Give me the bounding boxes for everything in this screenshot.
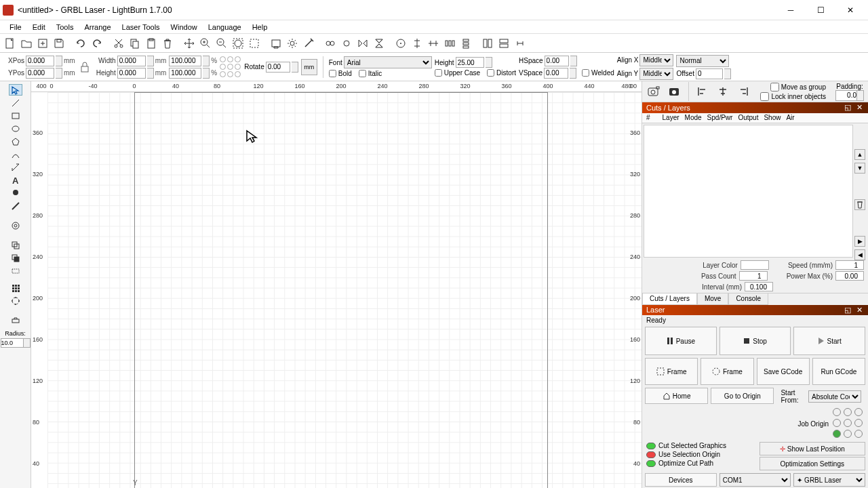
- same-width-icon[interactable]: [480, 36, 495, 51]
- open-icon[interactable]: [19, 36, 34, 51]
- device-settings-icon[interactable]: [301, 36, 316, 51]
- xpos-spinner[interactable]: [56, 56, 62, 66]
- tab-move[interactable]: Move: [697, 293, 728, 304]
- ypos-input[interactable]: [26, 68, 54, 79]
- panel-close-icon[interactable]: ✕: [854, 103, 864, 113]
- zoom-fit-icon[interactable]: [231, 36, 245, 51]
- save-gcode-button[interactable]: Save GCode: [757, 358, 810, 385]
- lock-inner-checkbox[interactable]: [760, 92, 769, 101]
- tab-tool[interactable]: [9, 314, 22, 326]
- align-v-icon[interactable]: [410, 36, 425, 51]
- align-left-icon[interactable]: [694, 83, 711, 100]
- menu-tools[interactable]: Tools: [51, 22, 79, 33]
- zoom-selection-icon[interactable]: [247, 36, 262, 51]
- aligny-select[interactable]: Middle: [639, 68, 673, 80]
- height-pct-input[interactable]: [169, 68, 201, 79]
- width-input[interactable]: [117, 56, 146, 66]
- offset-input[interactable]: [696, 68, 723, 79]
- welded-checkbox[interactable]: [582, 69, 589, 77]
- menu-file[interactable]: File: [4, 22, 27, 33]
- zoom-out-icon[interactable]: [214, 36, 229, 51]
- optimize-cut-toggle[interactable]: [646, 460, 656, 467]
- joborigin-grid[interactable]: [833, 408, 864, 439]
- align-h-icon[interactable]: [426, 36, 441, 51]
- panel-close-icon[interactable]: ✕: [854, 305, 864, 314]
- redo-icon[interactable]: [90, 36, 104, 51]
- polygon-tool[interactable]: [9, 136, 22, 147]
- layer-left-button[interactable]: ◀: [854, 249, 865, 260]
- italic-checkbox[interactable]: [359, 70, 366, 77]
- select-tool[interactable]: [9, 84, 22, 96]
- layer-right-button[interactable]: ▶: [854, 236, 865, 247]
- align-dist-v-icon[interactable]: [458, 36, 473, 51]
- show-last-position-button[interactable]: ✛Show Last Position: [760, 442, 866, 455]
- cuts-list[interactable]: [644, 125, 853, 258]
- cut-selected-toggle[interactable]: [646, 443, 656, 449]
- settings-icon[interactable]: [285, 36, 300, 51]
- xpos-input[interactable]: [26, 56, 54, 66]
- line-tool[interactable]: [9, 97, 22, 108]
- ypos-spinner[interactable]: [56, 68, 62, 79]
- tab-cuts-layers[interactable]: Cuts / Layers: [642, 293, 697, 304]
- offset-tool[interactable]: [9, 220, 22, 231]
- flip-h-icon[interactable]: [355, 36, 370, 51]
- tab-console[interactable]: Console: [728, 293, 768, 304]
- frame-circle-button[interactable]: Frame: [701, 358, 753, 385]
- goto-origin-button[interactable]: Go to Origin: [711, 388, 774, 404]
- interval-input[interactable]: [745, 282, 773, 291]
- width-pct-input[interactable]: [169, 56, 201, 66]
- cut-icon[interactable]: [111, 36, 126, 51]
- panel-undock-icon[interactable]: ◱: [843, 305, 852, 314]
- pan-icon[interactable]: [182, 36, 197, 51]
- rotate-input[interactable]: [266, 62, 290, 73]
- group-tool[interactable]: [9, 265, 22, 277]
- hspace-input[interactable]: [545, 56, 569, 66]
- flip-v-icon[interactable]: [372, 36, 387, 51]
- array-tool[interactable]: [9, 282, 22, 293]
- devices-button[interactable]: Devices: [645, 473, 717, 487]
- align-center-h-icon[interactable]: [715, 83, 731, 100]
- layer-up-button[interactable]: ▲: [854, 149, 865, 160]
- menu-language[interactable]: Language: [203, 22, 247, 33]
- import-icon[interactable]: [35, 36, 50, 51]
- layer-delete-button[interactable]: [854, 199, 865, 210]
- delete-icon[interactable]: [160, 36, 175, 51]
- ellipse-tool[interactable]: [9, 123, 22, 134]
- mm-button[interactable]: mm: [301, 59, 317, 75]
- distort-checkbox[interactable]: [487, 69, 494, 77]
- copy-icon[interactable]: [127, 36, 142, 51]
- save-icon[interactable]: [52, 36, 66, 51]
- paste-icon[interactable]: [144, 36, 159, 51]
- align-right-icon[interactable]: [735, 83, 751, 100]
- run-gcode-button[interactable]: Run GCode: [812, 358, 865, 385]
- edit-nodes-tool[interactable]: [9, 161, 22, 173]
- powermax-input[interactable]: [835, 271, 864, 281]
- align-dist-h-icon[interactable]: [442, 36, 457, 51]
- weld-tool[interactable]: [9, 239, 22, 251]
- ungroup-icon[interactable]: [339, 36, 354, 51]
- alignx-select[interactable]: Middle: [639, 54, 673, 66]
- camera-capture-icon[interactable]: [667, 83, 683, 100]
- style-select[interactable]: Normal: [676, 55, 729, 67]
- profile-select[interactable]: ✦ GRBL Laser: [793, 473, 865, 487]
- menu-help[interactable]: Help: [247, 22, 273, 33]
- zoom-in-icon[interactable]: [198, 36, 213, 51]
- camera-icon[interactable]: [646, 83, 663, 100]
- menu-arrange[interactable]: Arrange: [79, 22, 116, 33]
- padding-input[interactable]: [835, 90, 857, 101]
- bold-checkbox[interactable]: [329, 70, 336, 77]
- com-select[interactable]: COM1: [719, 473, 791, 487]
- layer-color-swatch[interactable]: [741, 260, 769, 270]
- undo-icon[interactable]: [73, 36, 88, 51]
- text-tool[interactable]: A: [9, 174, 22, 186]
- minimize-button[interactable]: ─: [776, 0, 806, 20]
- marker-tool[interactable]: [9, 187, 22, 199]
- group-icon[interactable]: [323, 36, 338, 51]
- upper-checkbox[interactable]: [435, 69, 442, 77]
- move-group-checkbox[interactable]: [770, 83, 779, 92]
- vspace-input[interactable]: [544, 68, 568, 79]
- close-button[interactable]: ✕: [835, 0, 865, 20]
- move-together-icon[interactable]: [513, 36, 528, 51]
- optimization-settings-button[interactable]: Optimization Settings: [760, 457, 866, 470]
- align-center-icon[interactable]: [393, 36, 408, 51]
